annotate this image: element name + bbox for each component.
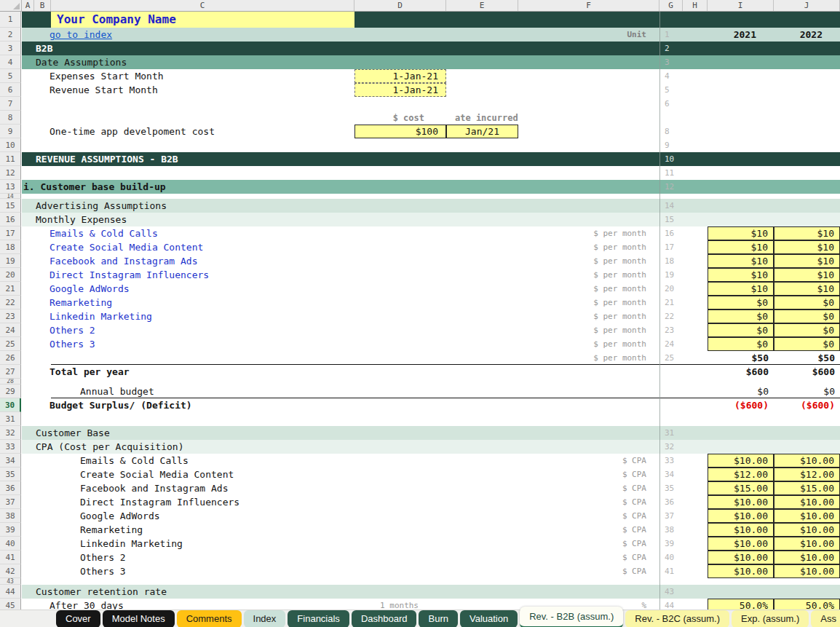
row-header-42[interactable]: 42 bbox=[0, 564, 21, 578]
input-cell[interactable]: $15.00 bbox=[708, 481, 774, 495]
row-header-31[interactable]: 31 bbox=[0, 412, 21, 426]
input-cell[interactable]: $10 bbox=[708, 268, 774, 282]
row-header-29[interactable]: 29 bbox=[0, 385, 21, 398]
input-cell[interactable]: $10.00 bbox=[708, 523, 774, 537]
input-cell[interactable]: $10.00 bbox=[774, 454, 840, 468]
input-cell[interactable]: 1-Jan-21 bbox=[354, 83, 446, 97]
col-header-G[interactable]: G bbox=[659, 0, 683, 11]
input-cell[interactable]: $15.00 bbox=[774, 481, 840, 495]
input-cell[interactable]: $10.00 bbox=[708, 564, 774, 578]
sheet-tab-index[interactable]: Index bbox=[244, 610, 286, 627]
row-header-15[interactable]: 15 bbox=[0, 199, 21, 213]
sheet-tab-burn[interactable]: Burn bbox=[419, 610, 457, 627]
row-header-37[interactable]: 37 bbox=[0, 495, 21, 509]
input-cell[interactable]: $10 bbox=[774, 254, 840, 268]
input-cell[interactable]: $10.00 bbox=[774, 523, 840, 537]
sheet-tab-ass[interactable]: Ass bbox=[811, 610, 840, 627]
row-header-6[interactable]: 6 bbox=[0, 83, 21, 97]
sheet-tab-comments[interactable]: Comments bbox=[177, 610, 242, 627]
input-cell[interactable]: $0 bbox=[708, 323, 774, 337]
col-header-B[interactable]: B bbox=[34, 0, 51, 11]
row-header-27[interactable]: 27 bbox=[0, 365, 21, 379]
row-header-39[interactable]: 39 bbox=[0, 523, 21, 537]
input-cell[interactable]: $10.00 bbox=[708, 537, 774, 551]
select-all-corner[interactable] bbox=[0, 0, 22, 11]
row-header-22[interactable]: 22 bbox=[0, 296, 21, 309]
row-header-20[interactable]: 20 bbox=[0, 268, 21, 282]
col-header-F[interactable]: F bbox=[518, 0, 659, 11]
row-header-13[interactable]: 13 bbox=[0, 180, 21, 194]
row-header-10[interactable]: 10 bbox=[0, 138, 21, 152]
input-cell[interactable]: $10 bbox=[708, 282, 774, 296]
row-header-40[interactable]: 40 bbox=[0, 537, 21, 551]
row-header-4[interactable]: 4 bbox=[0, 55, 21, 69]
input-cell[interactable]: $0 bbox=[774, 309, 840, 323]
col-header-D[interactable]: D bbox=[354, 0, 446, 11]
row-header-2[interactable]: 2 bbox=[0, 28, 21, 42]
row-header-19[interactable]: 19 bbox=[0, 254, 21, 268]
input-cell[interactable]: $10.00 bbox=[708, 509, 774, 523]
input-cell[interactable]: $10.00 bbox=[708, 454, 774, 468]
input-cell[interactable]: $0 bbox=[774, 296, 840, 309]
sheet-tab-financials[interactable]: Financials bbox=[288, 610, 349, 627]
col-header-C[interactable]: C bbox=[51, 0, 354, 11]
input-cell[interactable]: $10 bbox=[774, 240, 840, 254]
row-header-41[interactable]: 41 bbox=[0, 551, 21, 564]
input-cell[interactable]: Jan/21 bbox=[446, 125, 518, 138]
row-header-1[interactable]: 1 bbox=[0, 11, 21, 28]
row-header-12[interactable]: 12 bbox=[0, 166, 21, 180]
row-header-8[interactable]: 8 bbox=[0, 111, 21, 125]
input-cell[interactable]: $12.00 bbox=[774, 468, 840, 481]
col-header-J[interactable]: J bbox=[774, 0, 840, 11]
row-header-24[interactable]: 24 bbox=[0, 323, 21, 337]
sheet-tab-dashboard[interactable]: Dashboard bbox=[352, 610, 417, 627]
row-header-26[interactable]: 26 bbox=[0, 351, 21, 365]
sheet-tab-exp-assum[interactable]: Exp. (assum.) bbox=[732, 610, 809, 627]
row-header-30[interactable]: 30 bbox=[0, 398, 21, 412]
input-cell[interactable]: 1-Jan-21 bbox=[354, 69, 446, 83]
input-cell[interactable]: $10 bbox=[774, 268, 840, 282]
input-cell[interactable]: $100 bbox=[354, 125, 446, 138]
row-header-21[interactable]: 21 bbox=[0, 282, 21, 296]
row-header-43[interactable]: 43 bbox=[0, 578, 21, 585]
col-header-H[interactable]: H bbox=[683, 0, 708, 11]
row-header-33[interactable]: 33 bbox=[0, 440, 21, 454]
input-cell[interactable]: $10 bbox=[708, 240, 774, 254]
input-cell[interactable]: $10.00 bbox=[774, 509, 840, 523]
col-header-A[interactable]: A bbox=[22, 0, 34, 11]
row-header-14[interactable]: 14 bbox=[0, 194, 21, 199]
row-header-7[interactable]: 7 bbox=[0, 97, 21, 111]
input-cell[interactable]: $0 bbox=[774, 337, 840, 351]
input-cell[interactable]: $10 bbox=[708, 226, 774, 240]
input-cell[interactable]: $10.00 bbox=[708, 495, 774, 509]
sheet-tab-model-notes[interactable]: Model Notes bbox=[103, 610, 175, 627]
input-cell[interactable]: $10.00 bbox=[774, 495, 840, 509]
row-header-3[interactable]: 3 bbox=[0, 42, 21, 55]
row-header-36[interactable]: 36 bbox=[0, 481, 21, 495]
row-header-5[interactable]: 5 bbox=[0, 69, 21, 83]
sheet-tab-rev-b2b-assum[interactable]: Rev. - B2B (assum.) bbox=[520, 607, 623, 627]
input-cell[interactable]: $10.00 bbox=[774, 551, 840, 564]
sheet-tab-cover[interactable]: Cover bbox=[56, 610, 100, 627]
row-header-38[interactable]: 38 bbox=[0, 509, 21, 523]
row-header-28[interactable]: 28 bbox=[0, 379, 21, 385]
col-header-E[interactable]: E bbox=[446, 0, 518, 11]
row-header-32[interactable]: 32 bbox=[0, 426, 21, 440]
row-header-44[interactable]: 44 bbox=[0, 585, 21, 599]
row-header-34[interactable]: 34 bbox=[0, 454, 21, 468]
sheet-tab-rev-b2c-assum[interactable]: Rev. - B2C (assum.) bbox=[625, 610, 729, 627]
row-header-16[interactable]: 16 bbox=[0, 213, 21, 226]
row-header-9[interactable]: 9 bbox=[0, 125, 21, 138]
row-header-18[interactable]: 18 bbox=[0, 240, 21, 254]
row-header-25[interactable]: 25 bbox=[0, 337, 21, 351]
input-cell[interactable]: $10 bbox=[774, 282, 840, 296]
input-cell[interactable]: $0 bbox=[708, 309, 774, 323]
input-cell[interactable]: $10.00 bbox=[774, 537, 840, 551]
input-cell[interactable]: $12.00 bbox=[708, 468, 774, 481]
col-header-I[interactable]: I bbox=[708, 0, 774, 11]
input-cell[interactable]: $10.00 bbox=[708, 551, 774, 564]
row-header-35[interactable]: 35 bbox=[0, 468, 21, 481]
sheet-tab-valuation[interactable]: Valuation bbox=[460, 610, 518, 627]
input-cell[interactable]: $0 bbox=[708, 296, 774, 309]
input-cell[interactable]: $0 bbox=[708, 337, 774, 351]
